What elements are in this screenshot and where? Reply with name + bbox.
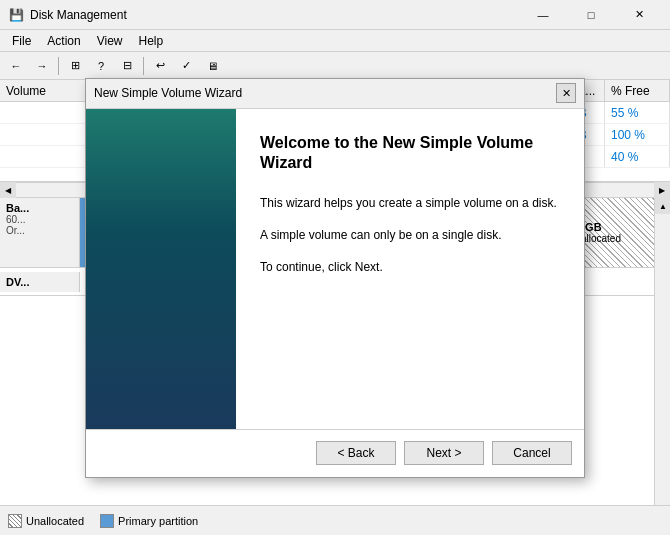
toolbar-btn2[interactable]: ? [89,55,113,77]
legend-primary: Primary partition [100,514,198,528]
toolbar: ← → ⊞ ? ⊟ ↩ ✓ 🖥 [0,52,670,80]
menu-file[interactable]: File [4,32,39,50]
menu-help[interactable]: Help [131,32,172,50]
app-title: Disk Management [30,8,520,22]
legend-primary-box [100,514,114,528]
scroll-track-v[interactable] [655,214,670,519]
menu-view[interactable]: View [89,32,131,50]
cell-freepct-1: 100 % [605,124,670,145]
dialog-para3: To continue, click Next. [260,258,560,276]
toolbar-forward[interactable]: → [30,55,54,77]
close-button[interactable]: ✕ [616,0,662,30]
dialog-body: Welcome to the New Simple Volume Wizard … [86,109,584,429]
scroll-up-arrow[interactable]: ▲ [655,198,670,214]
toolbar-btn5[interactable]: ✓ [174,55,198,77]
dialog-title: New Simple Volume Wizard [94,86,556,100]
app-icon: 💾 [8,7,24,23]
vertical-scrollbar[interactable]: ▲ ▼ [654,198,670,535]
dialog-overlay: New Simple Volume Wizard ✕ Welcome to th… [0,0,670,535]
legend-unalloc-box [8,514,22,528]
no-media-disk-label: DV... [0,272,80,292]
legend-unalloc-label: Unallocated [26,515,84,527]
dialog-left-panel [86,109,236,429]
dialog-heading: Welcome to the New Simple Volume Wizard [260,133,560,175]
disk-label-0: Ba... 60... Or... [0,198,80,267]
legend-unallocated: Unallocated [8,514,84,528]
minimize-button[interactable]: — [520,0,566,30]
dialog-para1: This wizard helps you create a simple vo… [260,194,560,212]
toolbar-sep1 [58,57,59,75]
dialog-footer: < Back Next > Cancel [86,429,584,477]
cancel-button[interactable]: Cancel [492,441,572,465]
toolbar-sep2 [143,57,144,75]
disk-label-size: 60... [6,214,73,225]
dialog-right-panel: Welcome to the New Simple Volume Wizard … [236,109,584,429]
disk-label-title: Ba... [6,202,73,214]
scroll-left-arrow[interactable]: ◀ [0,182,16,198]
cell-freepct-2: 40 % [605,146,670,167]
legend-primary-label: Primary partition [118,515,198,527]
next-button[interactable]: Next > [404,441,484,465]
scroll-right-arrow[interactable]: ▶ [654,182,670,198]
menu-bar: File Action View Help [0,30,670,52]
back-button[interactable]: < Back [316,441,396,465]
status-bar: Unallocated Primary partition [0,505,670,535]
toolbar-btn1[interactable]: ⊞ [63,55,87,77]
col-header-freepct: % Free [605,80,670,101]
toolbar-btn6[interactable]: 🖥 [200,55,224,77]
cell-freepct-0: 55 % [605,102,670,123]
toolbar-back[interactable]: ← [4,55,28,77]
disk-label-extra: Or... [6,225,73,236]
dialog-title-bar: New Simple Volume Wizard ✕ [86,79,584,109]
toolbar-btn4[interactable]: ↩ [148,55,172,77]
menu-action[interactable]: Action [39,32,88,50]
new-simple-volume-dialog: New Simple Volume Wizard ✕ Welcome to th… [85,78,585,478]
dialog-close-button[interactable]: ✕ [556,83,576,103]
toolbar-btn3[interactable]: ⊟ [115,55,139,77]
title-bar: 💾 Disk Management — □ ✕ [0,0,670,30]
dialog-para2: A simple volume can only be on a single … [260,226,560,244]
maximize-button[interactable]: □ [568,0,614,30]
window-controls: — □ ✕ [520,0,662,30]
